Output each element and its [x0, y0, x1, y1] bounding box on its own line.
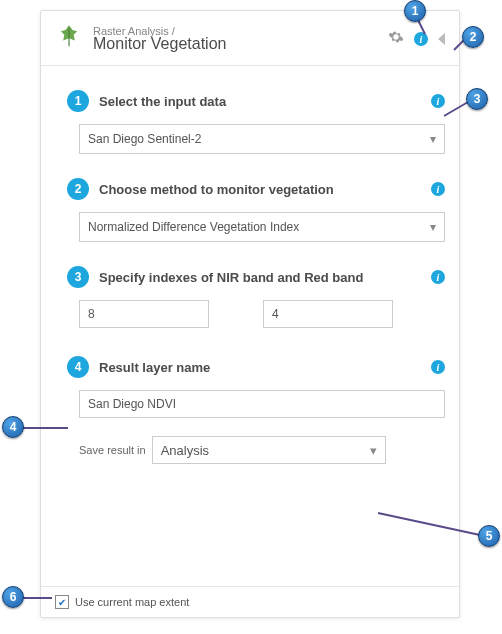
step-number: 3: [67, 266, 89, 288]
nir-band-input[interactable]: [79, 300, 209, 328]
callout-5: 5: [478, 525, 500, 547]
chevron-down-icon: ▾: [370, 443, 377, 458]
callout-4: 4: [2, 416, 24, 438]
collapse-icon[interactable]: [438, 33, 445, 45]
monitor-vegetation-panel: Raster Analysis / Monitor Vegetation i 1…: [40, 10, 460, 618]
select-value: Normalized Difference Vegetation Index: [88, 220, 299, 234]
result-layer-name-input[interactable]: [79, 390, 445, 418]
select-value: Analysis: [161, 443, 209, 458]
method-select[interactable]: Normalized Difference Vegetation Index ▾: [79, 212, 445, 242]
step-info-icon[interactable]: i: [431, 270, 445, 284]
step-label: Result layer name: [99, 360, 431, 375]
save-result-label: Save result in: [79, 444, 146, 456]
step-number: 1: [67, 90, 89, 112]
step-2: 2 Choose method to monitor vegetation i: [67, 178, 445, 200]
step-label: Select the input data: [99, 94, 431, 109]
step-label: Specify indexes of NIR band and Red band: [99, 270, 431, 285]
chevron-down-icon: ▾: [430, 132, 436, 146]
save-result-select[interactable]: Analysis ▾: [152, 436, 386, 464]
callout-3: 3: [466, 88, 488, 110]
leaf-icon: [55, 23, 83, 55]
red-band-input[interactable]: [263, 300, 393, 328]
step-label: Choose method to monitor vegetation: [99, 182, 431, 197]
use-extent-label: Use current map extent: [75, 596, 189, 608]
panel-header: Raster Analysis / Monitor Vegetation i: [41, 11, 459, 65]
step-3: 3 Specify indexes of NIR band and Red ba…: [67, 266, 445, 288]
select-value: San Diego Sentinel-2: [88, 132, 201, 146]
step-4: 4 Result layer name i: [67, 356, 445, 378]
use-extent-checkbox[interactable]: ✔: [55, 595, 69, 609]
step-1: 1 Select the input data i: [67, 90, 445, 112]
step-number: 4: [67, 356, 89, 378]
step-info-icon[interactable]: i: [431, 182, 445, 196]
panel-footer: ✔ Use current map extent: [41, 586, 459, 617]
callout-1: 1: [404, 0, 426, 22]
chevron-down-icon: ▾: [430, 220, 436, 234]
step-info-icon[interactable]: i: [431, 94, 445, 108]
gear-icon[interactable]: [388, 29, 404, 49]
callout-2: 2: [462, 26, 484, 48]
info-icon[interactable]: i: [414, 32, 428, 46]
step-info-icon[interactable]: i: [431, 360, 445, 374]
step-number: 2: [67, 178, 89, 200]
input-data-select[interactable]: San Diego Sentinel-2 ▾: [79, 124, 445, 154]
page-title: Monitor Vegetation: [93, 35, 226, 53]
callout-6: 6: [2, 586, 24, 608]
